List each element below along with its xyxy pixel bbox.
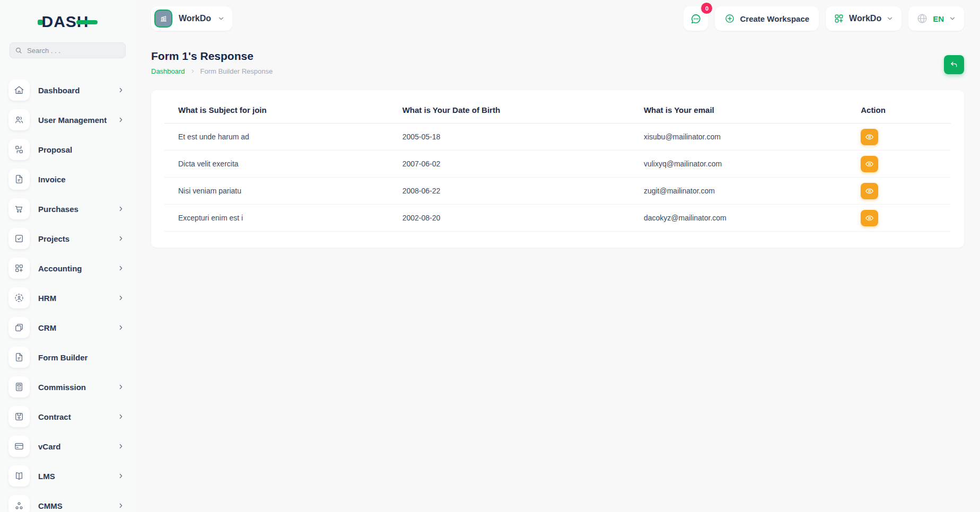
sidebar-item-label: User Management — [38, 116, 117, 125]
back-button[interactable] — [944, 55, 964, 74]
sidebar-item[interactable]: Purchases — [8, 198, 127, 219]
cell-action — [847, 123, 951, 151]
sidebar-item[interactable]: Projects — [8, 228, 127, 249]
sidebar-item-label: Proposal — [38, 145, 117, 154]
col-header-subject: What is Subject for join — [164, 103, 389, 123]
workspace-dropdown-label: WorkDo — [849, 14, 881, 23]
building-icon — [159, 14, 169, 24]
sidebar-item[interactable]: Accounting — [8, 258, 127, 279]
chevron-right-icon — [117, 235, 125, 242]
projects-icon — [14, 233, 24, 244]
view-response-button[interactable] — [861, 129, 878, 145]
chevron-right-icon — [117, 502, 125, 509]
sidebar-item[interactable]: Contract — [8, 406, 127, 427]
col-header-dob: What is Your Date of Birth — [389, 103, 630, 123]
main-content: WorkDo 0 Create Workspace WorkDo EN — [135, 0, 980, 512]
breadcrumb-dashboard-link[interactable]: Dashboard — [151, 67, 185, 75]
sidebar-search — [10, 42, 126, 58]
logo-dash-bar — [76, 20, 98, 24]
sidebar-item-label: vCard — [38, 442, 117, 451]
sidebar-item-label: CMMS — [38, 501, 117, 510]
search-icon — [15, 47, 22, 54]
table-header-row: What is Subject for join What is Your Da… — [164, 103, 951, 123]
view-response-button[interactable] — [861, 156, 878, 172]
home-icon — [14, 85, 24, 95]
breadcrumb: Dashboard Form Builder Response — [151, 67, 273, 75]
cmms-icon — [14, 500, 24, 511]
chevron-down-icon — [886, 15, 894, 22]
responses-table: What is Subject for join What is Your Da… — [164, 103, 951, 232]
language-selector[interactable]: EN — [908, 6, 964, 31]
chevron-right-icon — [117, 472, 125, 480]
cell-dob: 2007-06-02 — [389, 151, 630, 178]
sidebar-item[interactable]: vCard — [8, 436, 127, 457]
breadcrumb-current: Form Builder Response — [200, 67, 273, 75]
chat-icon — [690, 13, 702, 25]
search-input[interactable] — [10, 42, 126, 58]
cell-email: zugit@mailinator.com — [630, 178, 847, 205]
create-workspace-label: Create Workspace — [740, 14, 809, 23]
topbar: WorkDo 0 Create Workspace WorkDo EN — [151, 6, 964, 31]
crm-icon — [14, 322, 24, 333]
chevron-right-icon — [117, 324, 125, 331]
sidebar-item[interactable]: Proposal — [8, 139, 127, 160]
view-response-button[interactable] — [861, 183, 878, 199]
cart-icon — [14, 204, 24, 214]
sidebar-item[interactable]: LMS — [8, 465, 127, 487]
page-title: Form 1's Response — [151, 50, 273, 63]
cell-action — [847, 151, 951, 178]
sidebar-item-label: CRM — [38, 323, 117, 332]
sidebar-item[interactable]: HRM — [8, 287, 127, 308]
eye-icon — [865, 187, 874, 196]
cell-subject: Dicta velit exercita — [164, 151, 389, 178]
eye-icon — [865, 160, 874, 169]
messages-button[interactable]: 0 — [684, 6, 708, 31]
chevron-right-icon — [117, 205, 125, 213]
topbar-actions: 0 Create Workspace WorkDo EN — [684, 6, 964, 31]
contract-icon — [14, 411, 24, 422]
sidebar-item[interactable]: CRM — [8, 317, 127, 338]
chevron-right-icon — [117, 116, 125, 123]
form-builder-icon — [14, 352, 24, 363]
sidebar-item[interactable]: Commission — [8, 376, 127, 398]
cell-dob: 2002-08-20 — [389, 205, 630, 232]
sidebar-item-label: Invoice — [38, 175, 117, 184]
chevron-right-icon — [117, 383, 125, 391]
table-row: Nisi veniam pariatu 2008-06-22 zugit@mai… — [164, 178, 951, 205]
sidebar-item[interactable]: User Management — [8, 109, 127, 130]
page-header: Form 1's Response Dashboard Form Builder… — [151, 50, 964, 75]
sidebar-item-label: Projects — [38, 234, 117, 243]
language-label: EN — [933, 14, 944, 23]
sidebar-item[interactable]: CMMS — [8, 495, 127, 512]
grid-plus-icon — [834, 13, 844, 24]
workspace-switcher[interactable]: WorkDo — [151, 6, 232, 31]
sidebar-item-label: Accounting — [38, 264, 117, 273]
table-row: Dicta velit exercita 2007-06-02 vulixyq@… — [164, 151, 951, 178]
sidebar-item[interactable]: Invoice — [8, 169, 127, 190]
cell-email: xisubu@mailinator.com — [630, 123, 847, 151]
cell-email: vulixyq@mailinator.com — [630, 151, 847, 178]
chevron-right-icon — [190, 68, 196, 74]
chevron-right-icon — [117, 86, 125, 94]
sidebar: DASH Dashboard User Management — [0, 0, 135, 512]
eye-icon — [865, 214, 874, 223]
commission-icon — [14, 382, 24, 392]
create-workspace-button[interactable]: Create Workspace — [715, 6, 819, 31]
chevron-right-icon — [117, 413, 125, 420]
workspace-dropdown[interactable]: WorkDo — [826, 6, 902, 31]
sidebar-item-label: Purchases — [38, 205, 117, 214]
sidebar-item[interactable]: Dashboard — [8, 80, 127, 101]
view-response-button[interactable] — [861, 210, 878, 226]
brand-logo[interactable]: DASH — [38, 13, 97, 31]
globe-icon — [916, 13, 928, 24]
sidebar-item-label: HRM — [38, 294, 117, 303]
sidebar-item-label: Dashboard — [38, 86, 117, 95]
chevron-right-icon — [117, 264, 125, 272]
cell-dob: 2005-05-18 — [389, 123, 630, 151]
sidebar-item[interactable]: Form Builder — [8, 347, 127, 368]
sidebar-item-label: LMS — [38, 472, 117, 481]
table-row: Et est unde harum ad 2005-05-18 xisubu@m… — [164, 123, 951, 151]
hrm-icon — [14, 293, 24, 303]
proposal-icon — [14, 144, 24, 155]
cell-subject: Nisi veniam pariatu — [164, 178, 389, 205]
